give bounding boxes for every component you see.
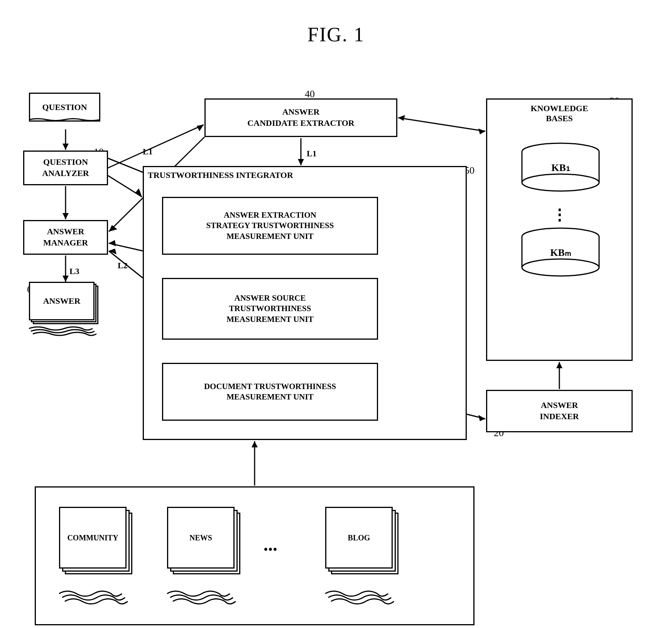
answer-candidate-box: ANSWER CANDIDATE EXTRACTOR: [204, 98, 397, 137]
svg-text:L2: L2: [118, 261, 128, 270]
inner-box-document-label: DOCUMENT TRUSTWORTHINESS MEASUREMENT UNI…: [204, 381, 336, 403]
news-stack: NEWS: [167, 507, 244, 611]
svg-text:KBₘ: KBₘ: [550, 247, 571, 258]
inner-box-strategy: ANSWER EXTRACTION STRATEGY TRUSTWORTHINE…: [162, 197, 378, 255]
svg-marker-16: [109, 249, 117, 254]
kb1-cylinder: KB₁: [518, 142, 603, 192]
svg-marker-41: [109, 225, 117, 232]
svg-marker-7: [62, 213, 69, 219]
svg-marker-11: [478, 129, 485, 134]
svg-marker-20: [478, 415, 485, 421]
community-stack: COMMUNITY: [59, 507, 136, 611]
blog-label: BLOG: [348, 533, 370, 542]
inner-box-document: DOCUMENT TRUSTWORTHINESS MEASUREMENT UNI…: [162, 363, 378, 421]
blog-stack: BLOG: [325, 507, 402, 611]
svg-line-4: [108, 176, 142, 197]
question-box: QUESTION: [29, 93, 100, 125]
inner-box-source-label: ANSWER SOURCE TRUSTWORTHINESS MEASUREMEN…: [226, 293, 313, 325]
data-sources-box: COMMUNITY NEWS ...: [35, 486, 474, 625]
ellipsis-label: ...: [263, 534, 277, 555]
community-label: COMMUNITY: [67, 533, 118, 542]
knowledge-bases-box: KNOWLEDGE BASES KB₁ ⋮ KBₘ: [486, 98, 633, 361]
svg-marker-22: [556, 362, 562, 368]
answer-candidate-label: ANSWER CANDIDATE EXTRACTOR: [247, 107, 354, 129]
answer-manager-label: ANSWER MANAGER: [43, 226, 88, 248]
svg-line-10: [398, 118, 485, 131]
answer-label: ANSWER: [43, 296, 81, 306]
svg-line-2: [108, 125, 204, 168]
svg-marker-5: [135, 188, 142, 197]
svg-text:KB₁: KB₁: [551, 162, 570, 173]
kb-dots: ⋮: [487, 206, 631, 224]
news-label: NEWS: [189, 533, 212, 542]
svg-point-46: [522, 174, 599, 191]
svg-text:L1: L1: [143, 147, 153, 156]
trustworthiness-integrator-label: TRUSTWORTHINESS INTEGRATOR: [148, 170, 293, 180]
svg-marker-9: [298, 159, 304, 165]
question-analyzer-box: QUESTION ANALYZER: [23, 151, 108, 185]
svg-text:L3: L3: [69, 266, 79, 276]
svg-marker-24: [252, 441, 258, 447]
svg-text:40: 40: [305, 88, 315, 100]
svg-point-52: [522, 259, 599, 276]
answer-stack: ANSWER: [29, 282, 102, 338]
kbm-cylinder: KBₘ: [518, 227, 603, 277]
svg-marker-12: [398, 115, 405, 121]
question-label: QUESTION: [42, 102, 87, 112]
svg-text:L1: L1: [307, 149, 317, 158]
inner-box-source: ANSWER SOURCE TRUSTWORTHINESS MEASUREMEN…: [162, 278, 378, 340]
question-analyzer-label: QUESTION ANALYZER: [42, 157, 89, 179]
svg-marker-18: [62, 276, 69, 282]
svg-line-13: [109, 243, 143, 251]
svg-line-15: [109, 251, 143, 278]
answer-indexer-box: ANSWER INDEXER: [486, 390, 633, 432]
answer-indexer-label: ANSWER INDEXER: [540, 400, 579, 422]
svg-marker-3: [197, 125, 204, 131]
answer-manager-box: ANSWER MANAGER: [23, 220, 108, 255]
page-title: FIG. 1: [0, 0, 672, 46]
svg-marker-1: [62, 144, 69, 150]
svg-marker-14: [109, 240, 116, 246]
inner-box-strategy-label: ANSWER EXTRACTION STRATEGY TRUSTWORTHINE…: [206, 210, 334, 242]
knowledge-bases-label: KNOWLEDGE BASES: [487, 103, 631, 124]
